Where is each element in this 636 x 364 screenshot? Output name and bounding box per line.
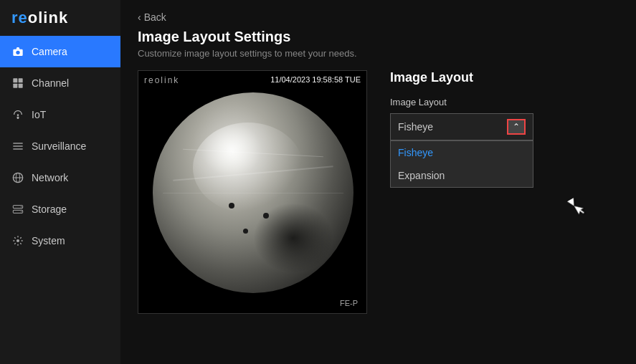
fisheye-shine [193,123,303,213]
sidebar-label-storage: Storage [32,203,67,215]
dropdown-option-fisheye[interactable]: Fisheye [391,141,533,164]
image-layout-heading: Image Layout [390,70,619,85]
camera-model-label: FE-P [340,299,358,307]
sidebar-label-iot: IoT [32,109,46,120]
page-title: Image Layout Settings [138,29,619,45]
main-content: ‹ Back Image Layout Settings Customize i… [120,0,636,364]
layout-field-label: Image Layout [390,97,619,107]
camera-timestamp: 11/04/2023 19:58:58 TUE [270,75,361,84]
dropdown-option-expansion[interactable]: Expansion [391,164,533,187]
chevron-up-icon: ⌃ [513,122,520,132]
surveillance-icon [11,140,24,153]
body-row: reolink 11/04/2023 19:58:58 TUE FE-P [138,70,619,353]
system-icon [11,234,24,247]
logo-area: reolink [0,0,120,36]
svg-point-17 [21,211,22,212]
chevron-left-icon: ‹ [138,11,141,23]
camera-watermark-logo: reolink [144,75,179,85]
sidebar-item-system[interactable]: System [0,225,120,257]
sidebar-label-network: Network [32,172,68,183]
image-layout-dropdown[interactable]: Fisheye ⌃ Fisheye Expansion [390,113,533,140]
dropdown-arrow-button[interactable]: ⌃ [507,119,526,135]
storage-icon [11,203,24,216]
sidebar-label-surveillance: Surveillance [32,140,86,152]
sidebar-label-channel: Channel [32,77,69,89]
channel-icon [11,77,24,90]
logo-olink: olink [28,9,68,27]
dropdown-menu[interactable]: Fisheye Expansion [390,140,533,188]
svg-rect-6 [17,117,19,119]
svg-point-16 [21,206,22,207]
svg-rect-4 [13,84,17,88]
dropdown-selected-display[interactable]: Fisheye ⌃ [390,113,533,140]
page-subtitle: Customize image layout settings to meet … [138,48,619,59]
svg-point-7 [17,114,19,116]
svg-rect-5 [19,84,23,88]
svg-rect-2 [13,78,17,82]
sidebar-label-camera: Camera [32,46,67,57]
svg-point-18 [16,239,19,242]
sidebar: reolink Camera Channel [0,0,120,364]
sidebar-item-camera[interactable]: Camera [0,36,120,67]
logo: reolink [11,9,68,27]
dropdown-selected-value: Fisheye [398,121,433,133]
sidebar-item-iot[interactable]: IoT [0,99,120,130]
network-icon [11,171,24,184]
lens-spot2 [263,213,269,219]
right-panel: Image Layout Image Layout Fisheye ⌃ Fish… [390,70,619,353]
lens-spot3 [243,229,248,234]
sidebar-label-system: System [32,235,65,246]
sidebar-item-surveillance[interactable]: Surveillance [0,130,120,162]
sidebar-item-channel[interactable]: Channel [0,67,120,99]
mouse-cursor [567,198,577,208]
svg-point-1 [16,51,19,54]
svg-rect-3 [19,78,23,82]
logo-re: re [11,9,28,27]
back-button[interactable]: ‹ Back [138,11,619,23]
camera-preview: reolink 11/04/2023 19:58:58 TUE FE-P [138,70,367,314]
sidebar-item-network[interactable]: Network [0,162,120,193]
lens-detail2 [163,193,343,193]
iot-icon [11,108,24,121]
fisheye-lens [153,92,353,293]
content-area: ‹ Back Image Layout Settings Customize i… [120,0,636,364]
camera-icon [11,45,24,58]
sidebar-item-storage[interactable]: Storage [0,193,120,225]
back-label: Back [144,11,166,23]
